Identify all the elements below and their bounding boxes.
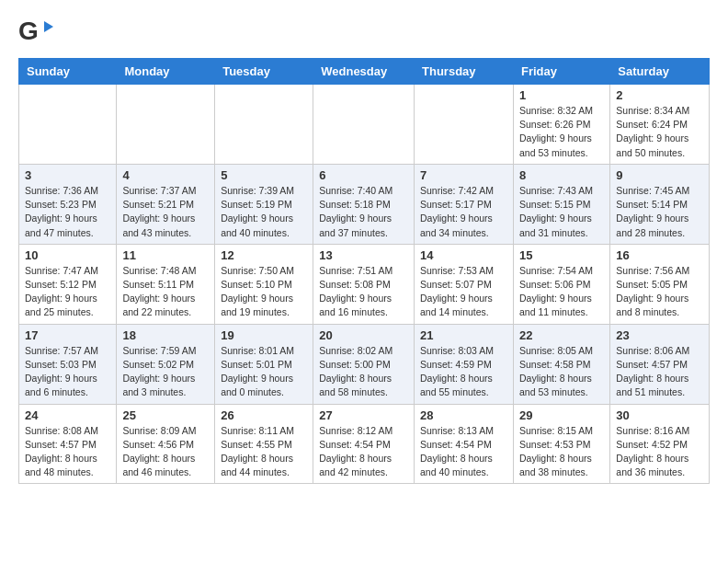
day-info: Sunrise: 8:11 AM Sunset: 4:55 PM Dayligh…: [221, 424, 307, 480]
table-row: 1Sunrise: 8:32 AM Sunset: 6:26 PM Daylig…: [513, 85, 609, 165]
day-info: Sunrise: 7:53 AM Sunset: 5:07 PM Dayligh…: [420, 264, 507, 320]
day-number: 23: [616, 328, 703, 342]
calendar-table: Sunday Monday Tuesday Wednesday Thursday…: [18, 58, 710, 484]
table-row: [19, 85, 117, 165]
table-row: 30Sunrise: 8:16 AM Sunset: 4:52 PM Dayli…: [610, 404, 710, 484]
table-row: 14Sunrise: 7:53 AM Sunset: 5:07 PM Dayli…: [415, 244, 514, 324]
calendar-week-row: 24Sunrise: 8:08 AM Sunset: 4:57 PM Dayli…: [19, 404, 710, 484]
col-friday: Friday: [513, 59, 609, 85]
calendar-week-row: 17Sunrise: 7:57 AM Sunset: 5:03 PM Dayli…: [19, 324, 710, 404]
day-number: 9: [616, 168, 703, 182]
day-number: 30: [616, 408, 703, 422]
table-row: 20Sunrise: 8:02 AM Sunset: 5:00 PM Dayli…: [313, 324, 415, 404]
table-row: 22Sunrise: 8:05 AM Sunset: 4:58 PM Dayli…: [513, 324, 609, 404]
day-info: Sunrise: 7:50 AM Sunset: 5:10 PM Dayligh…: [221, 264, 307, 320]
day-info: Sunrise: 7:48 AM Sunset: 5:11 PM Dayligh…: [122, 264, 209, 320]
logo: G: [18, 14, 57, 49]
table-row: 26Sunrise: 8:11 AM Sunset: 4:55 PM Dayli…: [215, 404, 313, 484]
table-row: [415, 85, 514, 165]
day-info: Sunrise: 7:40 AM Sunset: 5:18 PM Dayligh…: [319, 184, 408, 240]
col-tuesday: Tuesday: [215, 59, 313, 85]
table-row: 13Sunrise: 7:51 AM Sunset: 5:08 PM Dayli…: [313, 244, 415, 324]
day-info: Sunrise: 8:06 AM Sunset: 4:57 PM Dayligh…: [616, 344, 703, 400]
table-row: 19Sunrise: 8:01 AM Sunset: 5:01 PM Dayli…: [215, 324, 313, 404]
day-number: 16: [616, 248, 703, 262]
page: G Sunday Monday Tuesday Wednesday: [0, 0, 728, 498]
table-row: 23Sunrise: 8:06 AM Sunset: 4:57 PM Dayli…: [610, 324, 710, 404]
day-number: 14: [420, 248, 507, 262]
day-info: Sunrise: 7:37 AM Sunset: 5:21 PM Dayligh…: [122, 184, 209, 240]
col-saturday: Saturday: [610, 59, 710, 85]
table-row: [117, 85, 215, 165]
day-info: Sunrise: 7:57 AM Sunset: 5:03 PM Dayligh…: [25, 344, 110, 400]
day-info: Sunrise: 8:34 AM Sunset: 6:24 PM Dayligh…: [616, 104, 703, 160]
table-row: 6Sunrise: 7:40 AM Sunset: 5:18 PM Daylig…: [313, 164, 415, 244]
day-info: Sunrise: 8:16 AM Sunset: 4:52 PM Dayligh…: [616, 424, 703, 480]
day-number: 20: [319, 328, 408, 342]
table-row: 15Sunrise: 7:54 AM Sunset: 5:06 PM Dayli…: [513, 244, 609, 324]
day-number: 24: [25, 408, 110, 422]
day-number: 13: [319, 248, 408, 262]
day-info: Sunrise: 7:43 AM Sunset: 5:15 PM Dayligh…: [519, 184, 604, 240]
table-row: 2Sunrise: 8:34 AM Sunset: 6:24 PM Daylig…: [610, 85, 710, 165]
day-info: Sunrise: 7:47 AM Sunset: 5:12 PM Dayligh…: [25, 264, 110, 320]
day-info: Sunrise: 8:08 AM Sunset: 4:57 PM Dayligh…: [25, 424, 110, 480]
table-row: 25Sunrise: 8:09 AM Sunset: 4:56 PM Dayli…: [117, 404, 215, 484]
table-row: 12Sunrise: 7:50 AM Sunset: 5:10 PM Dayli…: [215, 244, 313, 324]
col-monday: Monday: [117, 59, 215, 85]
calendar-week-row: 1Sunrise: 8:32 AM Sunset: 6:26 PM Daylig…: [19, 85, 710, 165]
day-info: Sunrise: 8:12 AM Sunset: 4:54 PM Dayligh…: [319, 424, 408, 480]
table-row: 29Sunrise: 8:15 AM Sunset: 4:53 PM Dayli…: [513, 404, 609, 484]
table-row: 9Sunrise: 7:45 AM Sunset: 5:14 PM Daylig…: [610, 164, 710, 244]
table-row: 4Sunrise: 7:37 AM Sunset: 5:21 PM Daylig…: [117, 164, 215, 244]
table-row: 3Sunrise: 7:36 AM Sunset: 5:23 PM Daylig…: [19, 164, 117, 244]
table-row: 8Sunrise: 7:43 AM Sunset: 5:15 PM Daylig…: [513, 164, 609, 244]
day-number: 4: [122, 168, 209, 182]
table-row: 17Sunrise: 7:57 AM Sunset: 5:03 PM Dayli…: [19, 324, 117, 404]
table-row: 21Sunrise: 8:03 AM Sunset: 4:59 PM Dayli…: [415, 324, 514, 404]
table-row: 27Sunrise: 8:12 AM Sunset: 4:54 PM Dayli…: [313, 404, 415, 484]
day-info: Sunrise: 7:54 AM Sunset: 5:06 PM Dayligh…: [519, 264, 604, 320]
table-row: 16Sunrise: 7:56 AM Sunset: 5:05 PM Dayli…: [610, 244, 710, 324]
day-number: 29: [519, 408, 604, 422]
calendar-week-row: 3Sunrise: 7:36 AM Sunset: 5:23 PM Daylig…: [19, 164, 710, 244]
day-info: Sunrise: 8:02 AM Sunset: 5:00 PM Dayligh…: [319, 344, 408, 400]
day-number: 12: [221, 248, 307, 262]
table-row: 7Sunrise: 7:42 AM Sunset: 5:17 PM Daylig…: [415, 164, 514, 244]
day-number: 3: [25, 168, 110, 182]
table-row: [215, 85, 313, 165]
day-info: Sunrise: 7:45 AM Sunset: 5:14 PM Dayligh…: [616, 184, 703, 240]
col-thursday: Thursday: [415, 59, 514, 85]
table-row: 5Sunrise: 7:39 AM Sunset: 5:19 PM Daylig…: [215, 164, 313, 244]
day-info: Sunrise: 7:36 AM Sunset: 5:23 PM Dayligh…: [25, 184, 110, 240]
day-number: 27: [319, 408, 408, 422]
day-number: 17: [25, 328, 110, 342]
calendar-header-row: Sunday Monday Tuesday Wednesday Thursday…: [19, 59, 710, 85]
header: G: [18, 14, 710, 49]
day-info: Sunrise: 8:01 AM Sunset: 5:01 PM Dayligh…: [221, 344, 307, 400]
day-info: Sunrise: 8:32 AM Sunset: 6:26 PM Dayligh…: [519, 104, 604, 160]
day-info: Sunrise: 7:42 AM Sunset: 5:17 PM Dayligh…: [420, 184, 507, 240]
day-number: 8: [519, 168, 604, 182]
logo-icon: G: [18, 14, 53, 49]
svg-text:G: G: [18, 17, 39, 45]
day-info: Sunrise: 7:51 AM Sunset: 5:08 PM Dayligh…: [319, 264, 408, 320]
day-number: 26: [221, 408, 307, 422]
day-info: Sunrise: 8:13 AM Sunset: 4:54 PM Dayligh…: [420, 424, 507, 480]
day-info: Sunrise: 8:15 AM Sunset: 4:53 PM Dayligh…: [519, 424, 604, 480]
day-number: 19: [221, 328, 307, 342]
day-info: Sunrise: 8:05 AM Sunset: 4:58 PM Dayligh…: [519, 344, 604, 400]
day-number: 11: [122, 248, 209, 262]
day-number: 2: [616, 88, 703, 102]
table-row: 24Sunrise: 8:08 AM Sunset: 4:57 PM Dayli…: [19, 404, 117, 484]
svg-marker-1: [44, 21, 53, 32]
table-row: 28Sunrise: 8:13 AM Sunset: 4:54 PM Dayli…: [415, 404, 514, 484]
day-info: Sunrise: 7:59 AM Sunset: 5:02 PM Dayligh…: [122, 344, 209, 400]
day-number: 15: [519, 248, 604, 262]
calendar-week-row: 10Sunrise: 7:47 AM Sunset: 5:12 PM Dayli…: [19, 244, 710, 324]
col-wednesday: Wednesday: [313, 59, 415, 85]
day-number: 6: [319, 168, 408, 182]
day-number: 7: [420, 168, 507, 182]
day-number: 21: [420, 328, 507, 342]
table-row: 11Sunrise: 7:48 AM Sunset: 5:11 PM Dayli…: [117, 244, 215, 324]
